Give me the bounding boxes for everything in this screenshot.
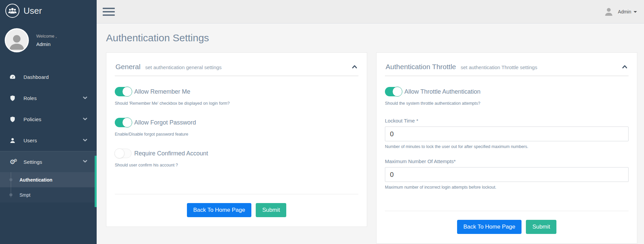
user-icon	[9, 137, 16, 144]
page-content: Authentication Settings General set auth…	[97, 23, 644, 244]
main-area: Admin Authentication Settings General se…	[97, 0, 644, 244]
submenu-item-smpt[interactable]: Smpt	[0, 187, 97, 202]
toggle-allow-remember-me[interactable]	[115, 87, 132, 96]
chevron-down-icon	[83, 159, 87, 165]
toggle-help-text: Should the system throttle authenticatio…	[385, 101, 629, 106]
submenu-item-authentication[interactable]: Authentication	[0, 172, 97, 187]
sidebar-item-users[interactable]: Users	[0, 130, 97, 151]
toggle-allow-throttle-authentication[interactable]	[385, 87, 402, 96]
sidebar-item-dashboard[interactable]: Dashboard	[0, 66, 97, 88]
general-settings-card: General set authentication general setti…	[106, 52, 367, 227]
submenu-item-label: Authentication	[19, 177, 52, 183]
max-attempts-input[interactable]	[385, 167, 629, 182]
submit-button[interactable]: Submit	[256, 203, 286, 217]
sidebar-item-label: Roles	[23, 95, 37, 101]
app-window: User Welcome , Admin Dashboard	[0, 0, 644, 244]
field-help-text: Maximum number of incorrect login attemp…	[385, 185, 629, 190]
dashboard-icon	[9, 74, 16, 80]
submit-button[interactable]: Submit	[526, 220, 556, 234]
sidebar-item-label: Settings	[23, 159, 42, 165]
toggle-help-text: Should user confirm his account ?	[115, 163, 358, 167]
bullet-icon	[9, 178, 12, 181]
card-title: General	[115, 63, 141, 71]
brand-title: User	[23, 6, 42, 16]
user-silhouette-icon	[604, 7, 614, 17]
lockout-time-input[interactable]	[385, 127, 629, 141]
general-card-actions: Back To Home Page Submit	[115, 194, 358, 227]
toggle-label: Allow Forgot Password	[134, 119, 196, 126]
users-group-icon	[5, 4, 19, 18]
back-to-home-button[interactable]: Back To Home Page	[187, 203, 252, 217]
chevron-up-icon	[352, 65, 357, 69]
back-to-home-button[interactable]: Back To Home Page	[457, 220, 522, 234]
chevron-down-icon	[83, 138, 87, 144]
field-help-text: Number of minutes to lock the user out f…	[385, 144, 629, 149]
throttle-settings-card: Authentication Throttle set authenticati…	[376, 52, 637, 244]
sidebar-nav: Dashboard Roles Policies	[0, 66, 97, 172]
user-menu[interactable]: Admin	[604, 7, 637, 17]
toggle-label: Require Confirmed Account	[134, 150, 208, 157]
shield-icon	[9, 95, 16, 101]
card-subtitle: set authentication general settings	[145, 64, 222, 70]
welcome-text: Welcome ,	[36, 34, 57, 39]
chevron-down-icon	[83, 95, 87, 101]
collapse-button[interactable]	[352, 64, 357, 70]
toggle-require-confirmed-account[interactable]	[115, 149, 132, 158]
sidebar: User Welcome , Admin Dashboard	[0, 0, 97, 244]
sidebar-item-policies[interactable]: Policies	[0, 109, 97, 130]
general-card-body: Allow Remember Me Should 'Remember Me' c…	[115, 76, 358, 180]
active-section-accent-bar	[95, 156, 97, 207]
bullet-icon	[9, 193, 12, 196]
toggle-label: Allow Throttle Authentication	[404, 88, 481, 95]
general-card-header: General set authentication general setti…	[115, 59, 358, 76]
shield-icon	[9, 116, 16, 123]
sidebar-username: Admin	[36, 41, 57, 47]
throttle-card-body: Allow Throttle Authentication Should the…	[385, 76, 629, 190]
submenu-item-label: Smpt	[19, 192, 31, 198]
toggle-allow-forgot-password[interactable]	[115, 118, 132, 127]
chevron-down-icon	[83, 116, 87, 123]
profile-panel: Welcome , Admin	[0, 28, 97, 52]
caret-down-icon	[634, 11, 637, 13]
sidebar-item-settings[interactable]: ⚙⚙ Settings	[0, 151, 97, 172]
sidebar-item-label: Users	[23, 138, 37, 143]
toggle-help-text: Enable/Disable forgot password feature	[115, 132, 358, 137]
lockout-time-label: Lockout Time *	[385, 118, 629, 124]
card-subtitle: set authentication Throttle settings	[461, 64, 537, 70]
settings-submenu: Authentication Smpt	[0, 172, 97, 202]
collapse-button[interactable]	[622, 64, 627, 70]
throttle-card-actions: Back To Home Page Submit	[385, 211, 629, 243]
throttle-card-header: Authentication Throttle set authenticati…	[385, 59, 629, 76]
card-title: Authentication Throttle	[386, 63, 456, 71]
toggle-label: Allow Remember Me	[134, 88, 190, 95]
menu-toggle-icon[interactable]	[103, 7, 115, 16]
topbar: Admin	[97, 0, 644, 23]
max-attempts-label: Maximum Number Of Attempts*	[385, 158, 629, 164]
avatar	[5, 28, 29, 52]
toggle-help-text: Should 'Remember Me' checkbox be display…	[115, 101, 358, 106]
page-title: Authentication Settings	[106, 32, 637, 44]
chevron-up-icon	[622, 65, 627, 69]
topbar-username: Admin	[618, 9, 631, 14]
sidebar-item-label: Dashboard	[23, 74, 49, 80]
gears-icon: ⚙⚙	[9, 159, 16, 165]
sidebar-item-label: Policies	[23, 116, 41, 122]
brand[interactable]: User	[0, 0, 97, 21]
sidebar-item-roles[interactable]: Roles	[0, 88, 97, 109]
